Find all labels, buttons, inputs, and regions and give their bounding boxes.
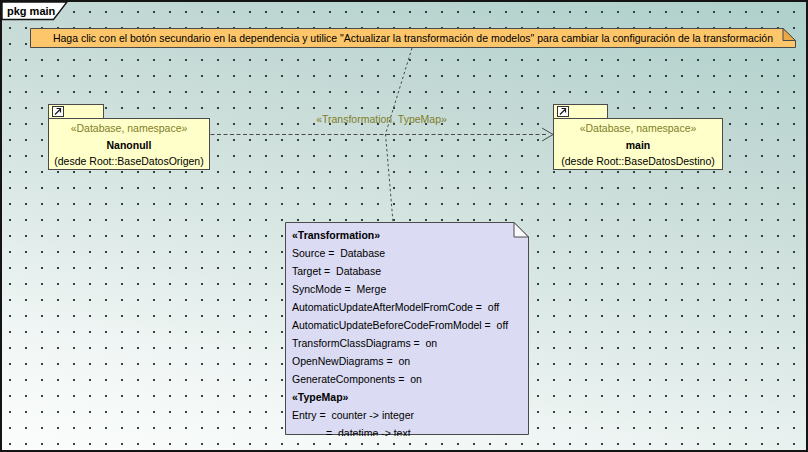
- frame-tab-label[interactable]: pkg main: [7, 4, 55, 19]
- note-line: AutomaticUpdateBeforeCodeFromModel = off: [292, 316, 532, 334]
- transformation-note-body[interactable]: «Transformation» Source = Database Targe…: [286, 223, 532, 436]
- note-line: GenerateComponents = on: [292, 370, 532, 388]
- dependency-arrow[interactable]: [211, 128, 554, 141]
- note-line: «Transformation»: [292, 226, 532, 244]
- note-line: «TypeMap»: [292, 388, 532, 406]
- package-target-from: (desde Root::BaseDatosDestino): [553, 154, 723, 169]
- package-source-name[interactable]: Nanonull: [48, 138, 210, 153]
- hint-note-text: Haga clic con el botón secundario en la …: [34, 29, 792, 48]
- note-line: Source = Database: [292, 244, 532, 262]
- package-target-name[interactable]: main: [553, 138, 723, 153]
- note-line: Entry = counter -> integer: [292, 406, 532, 424]
- link-arrow-up-right-icon[interactable]: [558, 107, 569, 117]
- note-line: OpenNewDiagrams = on: [292, 352, 532, 370]
- note-line: = datetime -> text: [292, 424, 532, 436]
- package-source-stereotype: «Database, namespace»: [48, 121, 210, 136]
- note-line: AutomaticUpdateAfterModelFromCode = off: [292, 298, 532, 316]
- package-source-from: (desde Root::BaseDatosOrigen): [48, 154, 210, 169]
- note-line: Target = Database: [292, 262, 532, 280]
- note-line: SyncMode = Merge: [292, 280, 532, 298]
- package-target-stereotype: «Database, namespace»: [553, 121, 723, 136]
- note-line: TransformClassDiagrams = on: [292, 334, 532, 352]
- link-arrow-up-right-icon[interactable]: [53, 107, 64, 117]
- diagram-canvas[interactable]: pkg main Haga clic con el botón secundar…: [0, 0, 808, 452]
- dependency-label[interactable]: «Transformation, TypeMap»: [284, 112, 479, 127]
